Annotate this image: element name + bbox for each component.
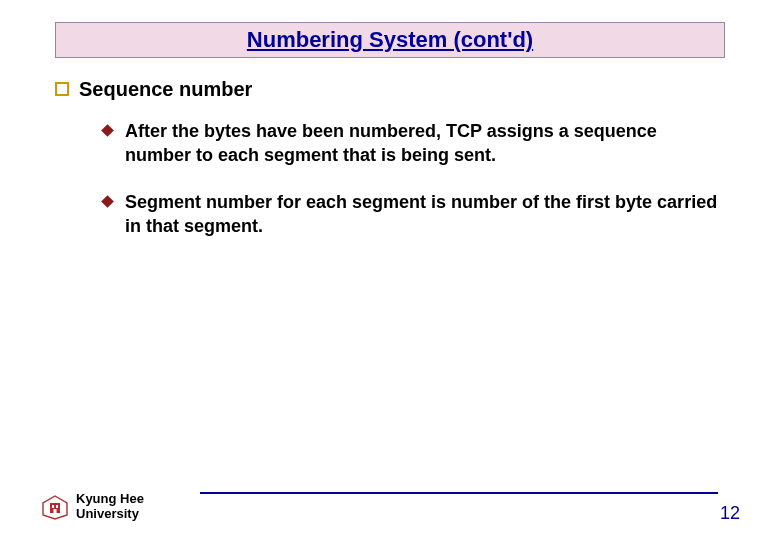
section-heading-row: Sequence number bbox=[55, 78, 725, 101]
section-heading: Sequence number bbox=[79, 78, 252, 101]
university-name-line1: Kyung Hee bbox=[76, 492, 144, 507]
slide-footer: Kyung Hee University 12 bbox=[0, 474, 780, 522]
university-crest-icon bbox=[40, 494, 70, 520]
bullet-text: Segment number for each segment is numbe… bbox=[125, 190, 725, 239]
university-name-line2: University bbox=[76, 507, 144, 522]
title-band: Numbering System (cont'd) bbox=[55, 22, 725, 58]
bullet-list: After the bytes have been numbered, TCP … bbox=[103, 119, 725, 238]
university-logo-block: Kyung Hee University bbox=[40, 492, 144, 522]
square-bullet-icon bbox=[55, 82, 69, 96]
university-name: Kyung Hee University bbox=[76, 492, 144, 522]
bullet-text: After the bytes have been numbered, TCP … bbox=[125, 119, 725, 168]
list-item: After the bytes have been numbered, TCP … bbox=[103, 119, 725, 168]
content-area: Sequence number After the bytes have bee… bbox=[55, 78, 725, 260]
diamond-bullet-icon bbox=[101, 124, 114, 137]
slide-title: Numbering System (cont'd) bbox=[247, 27, 533, 53]
svg-rect-2 bbox=[56, 505, 58, 508]
diamond-bullet-icon bbox=[101, 195, 114, 208]
page-number: 12 bbox=[720, 503, 740, 524]
svg-rect-3 bbox=[54, 509, 57, 513]
svg-rect-1 bbox=[52, 505, 54, 508]
footer-divider bbox=[200, 492, 718, 494]
list-item: Segment number for each segment is numbe… bbox=[103, 190, 725, 239]
